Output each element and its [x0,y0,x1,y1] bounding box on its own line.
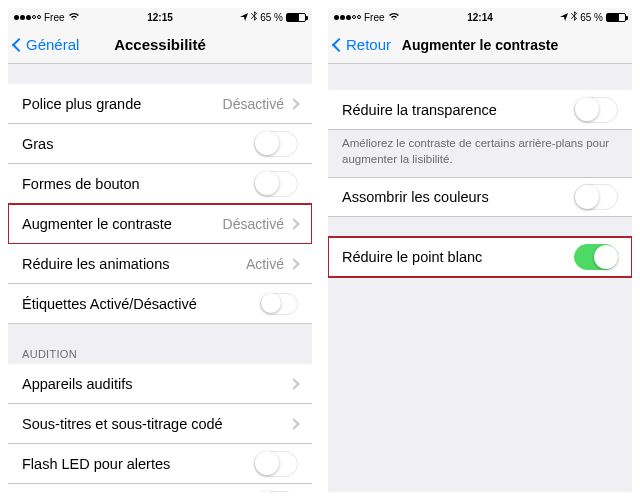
row-label: Formes de bouton [22,176,254,192]
row-label: Gras [22,136,254,152]
row-on-off-labels[interactable]: Étiquettes Activé/Désactivé [8,284,312,324]
row-label: Police plus grande [22,96,223,112]
settings-list: Police plus grande Désactivé Gras Formes… [8,64,312,492]
row-reduce-motion[interactable]: Réduire les animations Activé [8,244,312,284]
back-button[interactable]: Général [14,36,79,53]
clock: 12:14 [431,12,528,23]
wifi-icon [388,12,400,23]
row-hearing-aids[interactable]: Appareils auditifs [8,364,312,404]
back-label: Général [26,36,79,53]
battery-percent: 65 % [580,12,603,23]
row-label: Réduire le point blanc [342,249,574,265]
row-mono-audio[interactable]: Audio mono [8,484,312,492]
toggle-button-shapes[interactable] [254,171,298,197]
status-bar: Free 12:15 65 % [8,8,312,26]
bluetooth-icon [571,11,577,23]
location-icon [240,12,248,23]
row-value: Activé [246,256,284,272]
carrier-label: Free [364,12,385,23]
chevron-left-icon [332,37,346,51]
signal-dots [14,15,41,20]
row-label: Flash LED pour alertes [22,456,254,472]
bluetooth-icon [251,11,257,23]
phone-right: Free 12:14 65 % Retour Augmenter le cont… [328,8,632,492]
row-label: Réduire les animations [22,256,246,272]
row-subtitles[interactable]: Sous-titres et sous-titrage codé [8,404,312,444]
row-label: Sous-titres et sous-titrage codé [22,416,290,432]
row-led-flash[interactable]: Flash LED pour alertes [8,444,312,484]
location-icon [560,12,568,23]
row-label: Réduire la transparence [342,102,574,118]
chevron-right-icon [288,378,299,389]
battery-percent: 65 % [260,12,283,23]
row-larger-type[interactable]: Police plus grande Désactivé [8,84,312,124]
signal-dots [334,15,361,20]
toggle-darken-colors[interactable] [574,184,618,210]
row-label: Assombrir les couleurs [342,189,574,205]
toggle-bold-text[interactable] [254,131,298,157]
chevron-left-icon [12,37,26,51]
wifi-icon [68,12,80,23]
chevron-right-icon [288,418,299,429]
status-bar: Free 12:14 65 % [328,8,632,26]
carrier-label: Free [44,12,65,23]
toggle-reduce-white-point[interactable] [574,244,618,270]
row-value: Désactivé [223,96,284,112]
nav-bar: Retour Augmenter le contraste [328,26,632,64]
nav-bar: Général Accessibilité [8,26,312,64]
back-label: Retour [346,36,391,53]
clock: 12:15 [111,12,208,23]
chevron-right-icon [288,258,299,269]
phone-left: Free 12:15 65 % Général Accessibilité Po… [8,8,312,492]
toggle-mono-audio[interactable] [254,491,298,493]
section-header-audition: AUDITION [8,344,312,364]
settings-list: Réduire la transparence Améliorez le con… [328,64,632,492]
footer-note-transparency: Améliorez le contraste de certains arriè… [328,130,632,177]
battery-icon [286,13,306,22]
row-increase-contrast[interactable]: Augmenter le contraste Désactivé [8,204,312,244]
toggle-on-off-labels[interactable] [260,293,298,315]
row-value: Désactivé [223,216,284,232]
row-button-shapes[interactable]: Formes de bouton [8,164,312,204]
toggle-led-flash[interactable] [254,451,298,477]
toggle-reduce-transparency[interactable] [574,97,618,123]
row-bold-text[interactable]: Gras [8,124,312,164]
row-reduce-transparency[interactable]: Réduire la transparence [328,90,632,130]
chevron-right-icon [288,218,299,229]
row-darken-colors[interactable]: Assombrir les couleurs [328,177,632,217]
row-label: Appareils auditifs [22,376,290,392]
chevron-right-icon [288,98,299,109]
row-label: Augmenter le contraste [22,216,223,232]
back-button[interactable]: Retour [334,36,391,53]
row-reduce-white-point[interactable]: Réduire le point blanc [328,237,632,277]
row-label: Étiquettes Activé/Désactivé [22,296,260,312]
battery-icon [606,13,626,22]
